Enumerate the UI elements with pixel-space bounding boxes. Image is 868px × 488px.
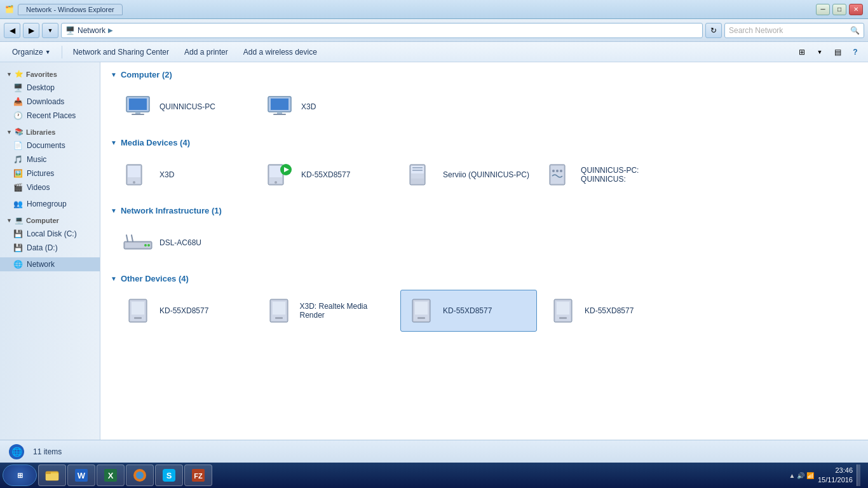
- taskbar-firefox-btn[interactable]: [126, 464, 154, 486]
- computer-device-icon: [123, 92, 153, 122]
- help-button[interactable]: ?: [848, 45, 863, 59]
- search-icon: 🔍: [850, 26, 860, 35]
- add-printer-button[interactable]: Add a printer: [177, 45, 235, 59]
- favorites-title[interactable]: ▼ ⭐ Favorites: [0, 67, 100, 81]
- svg-rect-2: [135, 112, 140, 114]
- network-sharing-button[interactable]: Network and Sharing Center: [66, 45, 176, 59]
- documents-icon: 📄: [13, 140, 23, 151]
- media-device-name-4: QUINNICUS-PC: QUINNICUS:: [581, 166, 673, 184]
- sidebar-section-favorites: ▼ ⭐ Favorites 🖥️ Desktop 📥 Downloads 🕐 R…: [0, 67, 100, 123]
- organize-arrow: ▼: [45, 49, 51, 55]
- computer-device-icon-2: [264, 92, 295, 122]
- media-device-icon-1: [123, 159, 153, 190]
- back-button[interactable]: ◀: [4, 23, 20, 38]
- sidebar-item-recent[interactable]: 🕐 Recent Places: [0, 109, 100, 123]
- sidebar-item-pictures[interactable]: 🖼️ Pictures: [0, 166, 100, 180]
- list-item[interactable]: KD-55XD8577: [259, 154, 395, 196]
- pictures-icon: 🖼️: [13, 168, 23, 179]
- word-icon: W: [74, 468, 89, 483]
- sidebar-item-data-disk[interactable]: 💾 Data (D:): [0, 241, 100, 255]
- favorites-arrow: ▼: [6, 71, 12, 78]
- network-icon: 🌐: [13, 259, 23, 269]
- titlebar-tab[interactable]: Network - Windows Explorer: [18, 4, 123, 15]
- svg-point-27: [556, 170, 559, 172]
- list-item[interactable]: DSL-AC68U: [117, 222, 254, 264]
- sidebar-label-data-disk: Data (D:): [27, 243, 58, 252]
- infra-section-header[interactable]: ▼ Network Infrastructure (1): [111, 206, 858, 215]
- skype-icon: S: [161, 468, 177, 483]
- computer-section-header[interactable]: ▼ Computer (2): [111, 70, 858, 79]
- sidebar-item-network[interactable]: 🌐 Network: [0, 257, 100, 271]
- libraries-arrow: ▼: [6, 129, 12, 135]
- taskbar-explorer-btn[interactable]: [38, 464, 66, 486]
- other-device-icon-1: [123, 295, 153, 326]
- svg-rect-46: [417, 317, 425, 319]
- refresh-button[interactable]: ↻: [705, 23, 722, 38]
- computer-section-arrow: ▼: [111, 71, 117, 78]
- svg-rect-42: [275, 317, 283, 319]
- list-item[interactable]: KD-55XD8577: [542, 290, 679, 332]
- svg-rect-37: [132, 302, 144, 315]
- start-button[interactable]: ⊞: [3, 464, 37, 486]
- svg-text:🌐: 🌐: [11, 447, 23, 458]
- sidebar-item-documents[interactable]: 📄 Documents: [0, 139, 100, 152]
- taskbar-skype-btn[interactable]: S: [155, 464, 183, 486]
- sidebar-item-homegroup[interactable]: 👥 Homegroup: [0, 197, 100, 211]
- taskbar-filezilla-btn[interactable]: FZ: [184, 464, 212, 486]
- svg-point-33: [144, 244, 147, 247]
- list-item[interactable]: X3D: [259, 86, 395, 128]
- address-box[interactable]: 🖥️ Network ▶: [61, 23, 703, 38]
- sidebar-label-pictures: Pictures: [27, 169, 54, 178]
- show-desktop-btn[interactable]: [857, 464, 860, 486]
- media-device-name-2: KD-55XD8577: [301, 170, 350, 179]
- other-section-header[interactable]: ▼ Other Devices (4): [111, 274, 858, 283]
- sidebar-item-music[interactable]: 🎵 Music: [0, 152, 100, 166]
- libraries-icon: 📚: [15, 128, 24, 136]
- taskbar-word-btn[interactable]: W: [67, 464, 95, 486]
- sidebar-item-downloads[interactable]: 📥 Downloads: [0, 95, 100, 109]
- organize-button[interactable]: Organize ▼: [5, 45, 58, 59]
- view-arrow-button[interactable]: ▼: [812, 45, 827, 59]
- maximize-button[interactable]: □: [832, 4, 846, 15]
- computer-title[interactable]: ▼ 💻 Computer: [0, 214, 100, 227]
- media-section-title: Media Devices (4): [121, 138, 190, 147]
- main-layout: ▼ ⭐ Favorites 🖥️ Desktop 📥 Downloads 🕐 R…: [0, 62, 868, 440]
- sidebar-item-videos[interactable]: 🎬 Videos: [0, 180, 100, 194]
- add-wireless-button[interactable]: Add a wireless device: [236, 45, 324, 59]
- list-item[interactable]: KD-55XD8577: [117, 290, 254, 332]
- close-button[interactable]: ✕: [849, 4, 863, 15]
- media-section-header[interactable]: ▼ Media Devices (4): [111, 138, 858, 147]
- view-mode-button[interactable]: ⊞: [794, 45, 810, 59]
- preview-button[interactable]: ▤: [830, 45, 845, 59]
- list-item[interactable]: Serviio (QUINNICUS-PC): [400, 154, 537, 196]
- favorites-star-icon: ⭐: [15, 70, 24, 78]
- search-placeholder: Search Network: [729, 26, 850, 35]
- svg-rect-6: [277, 112, 282, 114]
- favorites-label: Favorites: [26, 71, 57, 78]
- device-item-inner: X3D: [264, 92, 390, 122]
- list-item[interactable]: QUINNICUS-PC: QUINNICUS:: [542, 154, 679, 196]
- add-wireless-label: Add a wireless device: [243, 48, 317, 57]
- help-icon: ?: [853, 48, 857, 57]
- sidebar-label-network: Network: [27, 260, 55, 269]
- media-device-name-3: Serviio (QUINNICUS-PC): [443, 170, 529, 179]
- toolbar-separator: [62, 46, 62, 58]
- sidebar-item-local-disk[interactable]: 💾 Local Disk (C:): [0, 227, 100, 241]
- svg-text:X: X: [108, 471, 114, 480]
- other-device-name-2: X3D: Realtek Media Render: [299, 302, 390, 320]
- device-item-inner: KD-55XD8577: [123, 295, 248, 326]
- libraries-title[interactable]: ▼ 📚 Libraries: [0, 125, 100, 139]
- minimize-button[interactable]: ─: [816, 4, 830, 15]
- forward-button[interactable]: ▶: [23, 23, 39, 38]
- list-item[interactable]: X3D: Realtek Media Render: [259, 290, 395, 332]
- titlebar-tabs: Network - Windows Explorer: [18, 4, 123, 15]
- taskbar-excel-btn[interactable]: X: [97, 464, 125, 486]
- other-device-name-3: KD-55XD8577: [443, 306, 492, 315]
- sidebar-item-desktop[interactable]: 🖥️ Desktop: [0, 81, 100, 95]
- list-item[interactable]: QUINNICUS-PC: [117, 86, 254, 128]
- list-item[interactable]: X3D: [117, 154, 254, 196]
- music-icon: 🎵: [13, 154, 23, 165]
- list-item[interactable]: KD-55XD8577: [400, 290, 537, 332]
- search-box[interactable]: Search Network 🔍: [724, 23, 864, 38]
- recent-button[interactable]: ▼: [42, 23, 58, 38]
